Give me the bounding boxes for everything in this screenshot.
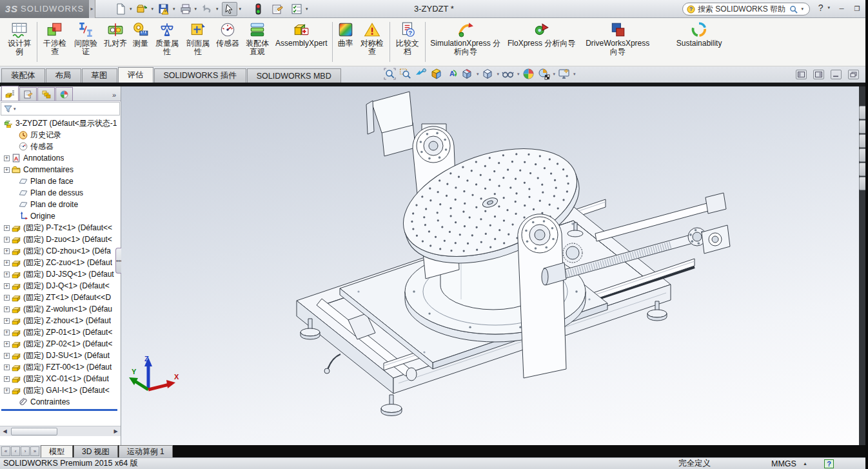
tab-3d-views[interactable]: 3D 视图 [74, 445, 118, 457]
rebuild-button[interactable] [251, 3, 265, 15]
display-manager-tab[interactable] [55, 87, 73, 101]
hide-show-items-button[interactable] [501, 67, 515, 81]
expand-icon[interactable]: + [4, 318, 10, 324]
minimize-button[interactable]: ─ [836, 3, 847, 12]
apply-scene-dropdown-icon[interactable]: ▾ [553, 72, 556, 77]
expand-icon[interactable]: + [4, 330, 10, 335]
simulationxpress-button[interactable]: SimulationXpress 分析向导 [428, 19, 504, 65]
measure-button[interactable]: 测量 [130, 19, 152, 65]
tree-item-component[interactable]: +(固定) DJ-Q<1> (Défaut< [0, 280, 121, 292]
panel-splitter-handle[interactable]: ◂◂◂ [115, 248, 121, 274]
units-selector[interactable]: MMGS ▲ [771, 459, 807, 468]
compare-documents-button[interactable]: ? 比较文档 [392, 19, 423, 65]
edit-appearance-button[interactable] [522, 67, 535, 81]
doc-restore-button[interactable] [848, 70, 859, 79]
zoom-area-button[interactable] [399, 67, 412, 81]
help-dropdown-icon[interactable]: ▾ [827, 5, 830, 10]
search-input[interactable]: ? 搜索 SOLIDWORKS 帮助 ▾ [682, 3, 810, 15]
tree-item-component[interactable]: +(固定) ZP-01<1> (Défaut< [0, 326, 121, 338]
tree-item-component[interactable]: +(固定) CD-zhou<1> (Défa [0, 245, 121, 257]
model-3d-assembly[interactable] [121, 86, 859, 445]
options-dropdown-icon[interactable]: ▾ [306, 6, 308, 12]
expand-icon[interactable]: + [4, 167, 10, 173]
tree-item-component[interactable]: +(固定) XC-01<1> (Défaut [0, 373, 121, 384]
featuremanager-tree-tab[interactable] [1, 86, 19, 101]
expand-icon[interactable]: + [4, 237, 10, 243]
pane-left-button[interactable] [796, 70, 807, 79]
floxpress-button[interactable]: FloXpress 分析向导 [504, 19, 580, 65]
section-properties-button[interactable]: 剖面属性 [182, 19, 213, 65]
expand-icon[interactable]: + [4, 155, 10, 161]
hole-alignment-button[interactable]: 孔对齐 [101, 19, 130, 65]
tree-item-history[interactable]: 历史记录 [0, 129, 121, 141]
assembly-visualization-button[interactable]: 装配体直观 [242, 19, 273, 65]
tab-motion-study[interactable]: 运动算例 1 [119, 445, 173, 457]
design-study-button[interactable]: 设计算例 [4, 19, 35, 65]
next-tab-button[interactable]: › [21, 446, 30, 456]
driveworksxpress-button[interactable]: DriveWorksXpress 向导 [580, 19, 656, 65]
rollback-bar[interactable] [1, 409, 117, 411]
undo-dropdown-icon[interactable]: ▾ [216, 6, 219, 12]
restore-button[interactable]: ❐ [851, 3, 863, 12]
tree-item-component[interactable]: +(固定) Z-zhou<1> (Défaut [0, 315, 121, 326]
tab-evaluate[interactable]: 评估 [118, 67, 153, 83]
select-button[interactable] [222, 2, 237, 16]
expand-icon[interactable]: + [4, 225, 10, 231]
sustainability-button[interactable]: Sustainability [674, 19, 725, 65]
tree-item-front-plane[interactable]: Plan de face [0, 175, 121, 187]
tree-item-component[interactable]: +(固定) ZP-02<1> (Défaut< [0, 338, 121, 350]
tree-item-component[interactable]: +(固定) GAI-I<1> (Défaut< [0, 384, 121, 396]
tree-item-component[interactable]: +(固定) DJ-JSQ<1> (Défaut [0, 268, 121, 280]
tab-model[interactable]: 模型 [41, 445, 73, 457]
tree-item-comments[interactable]: +Commentaires [0, 164, 121, 175]
tree-item-right-plane[interactable]: Plan de droite [0, 199, 121, 210]
menu-expander-icon[interactable]: ▸ [89, 0, 95, 18]
file-properties-button[interactable] [270, 3, 284, 15]
tree-item-component[interactable]: +(固定) Z-wolun<1> (Défau [0, 303, 121, 315]
tree-item-sensors[interactable]: 传感器 [0, 141, 121, 152]
options-button[interactable] [290, 3, 304, 15]
interference-detection-button[interactable]: 干涉检查 [39, 19, 70, 65]
expand-icon[interactable]: + [4, 248, 10, 254]
tree-item-origin[interactable]: Origine [0, 210, 121, 222]
open-button[interactable] [135, 3, 150, 15]
assembly-xpert-button[interactable]: AssemblyXpert [273, 19, 330, 65]
tab-solidworks-addins[interactable]: SOLIDWORKS 插件 [154, 68, 246, 83]
tree-item-component[interactable]: +(固定) ZC-zuo<1> (Défaut [0, 257, 121, 268]
tree-item-component[interactable]: +(固定) D-zuo<1> (Défaut< [0, 234, 121, 245]
first-tab-button[interactable]: « [1, 446, 10, 456]
tab-assembly[interactable]: 装配体 [1, 68, 45, 83]
tree-filter-input[interactable]: ▾ [1, 102, 120, 115]
view-orientation-dropdown-icon[interactable]: ▾ [477, 72, 479, 77]
expand-icon[interactable]: + [4, 260, 10, 266]
tree-item-mates[interactable]: Contraintes [0, 396, 121, 408]
new-document-button[interactable] [113, 3, 128, 15]
symmetry-check-button[interactable]: 对称检查 [357, 19, 388, 65]
expand-icon[interactable]: + [4, 364, 10, 370]
status-help-icon[interactable]: ? [824, 459, 834, 468]
tree-horizontal-scrollbar[interactable]: ◀ ▶ [0, 426, 121, 436]
scroll-right-icon[interactable]: ▶ [111, 427, 121, 436]
tree-item-top-plane[interactable]: Plan de dessus [0, 187, 121, 199]
property-manager-tab[interactable] [19, 87, 37, 101]
clearance-verification-button[interactable]: 间隙验证 [70, 19, 101, 65]
tree-item-component[interactable]: +(固定) ZT<1> (Défaut<<D [0, 292, 121, 303]
panel-more-chevrons[interactable]: » [112, 91, 119, 101]
mass-properties-button[interactable]: 质量属性 [152, 19, 182, 65]
tree-item-component[interactable]: +(固定) DJ-SU<1> (Défaut [0, 350, 121, 361]
help-button[interactable]: ? [818, 3, 824, 13]
tree-item-component[interactable]: +(固定) P-Tz<1> (Défaut<< [0, 222, 121, 234]
sensor-button[interactable]: 传感器 [213, 19, 242, 65]
tab-solidworks-mbd[interactable]: SOLIDWORKS MBD [247, 68, 341, 83]
curvature-button[interactable]: 曲率 [335, 19, 357, 65]
graphics-viewport[interactable]: Z Y X [121, 86, 859, 445]
expand-icon[interactable]: + [4, 295, 10, 301]
select-dropdown-icon[interactable]: ▾ [239, 6, 242, 12]
tab-sketch[interactable]: 草图 [82, 68, 117, 83]
doc-minimize-button[interactable] [831, 70, 842, 79]
last-tab-button[interactable]: » [30, 446, 39, 456]
print-dropdown-icon[interactable]: ▾ [195, 6, 197, 12]
undo-button[interactable] [200, 3, 214, 15]
display-style-dropdown-icon[interactable]: ▾ [497, 72, 500, 77]
expand-icon[interactable]: + [4, 353, 10, 359]
